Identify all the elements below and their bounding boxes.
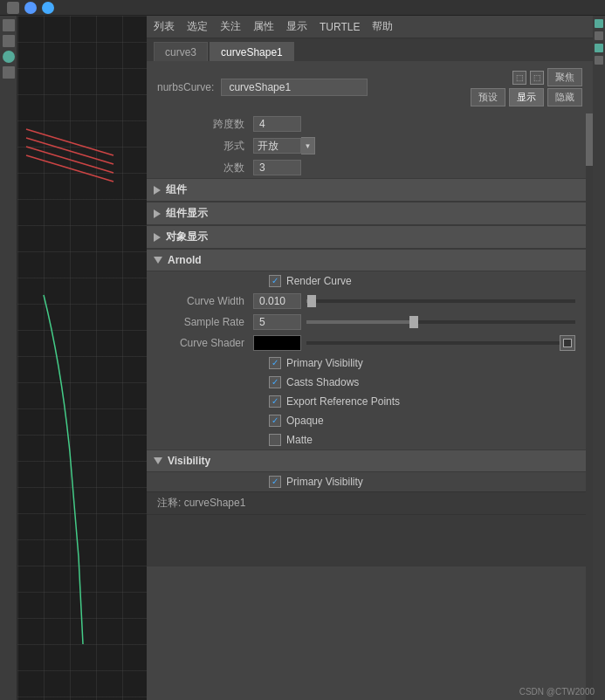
opaque-checkbox[interactable] xyxy=(269,415,281,427)
show-button[interactable]: 显示 xyxy=(509,88,544,106)
render-curve-row: Render Curve xyxy=(147,271,586,291)
menu-item-display[interactable]: 显示 xyxy=(286,19,307,34)
right-tool-4[interactable] xyxy=(595,56,603,65)
object-display-triangle xyxy=(154,233,161,242)
tool-btn-3[interactable] xyxy=(3,51,15,63)
tool-btn-2[interactable] xyxy=(3,35,15,47)
curve-shader-track[interactable] xyxy=(306,341,575,345)
attr-scrollbar[interactable] xyxy=(586,113,593,700)
visibility-triangle xyxy=(154,457,162,464)
attr-content: 跨度数 形式 ▼ 次数 xyxy=(147,113,586,700)
render-curve-checkbox[interactable] xyxy=(269,275,281,287)
section-visibility[interactable]: Visibility xyxy=(147,450,586,472)
degree-row: 次数 xyxy=(147,157,586,178)
preset-button[interactable]: 预设 xyxy=(471,88,505,106)
right-side-toolbar xyxy=(593,16,605,700)
sample-rate-row: Sample Rate xyxy=(147,312,586,333)
curve-width-input[interactable] xyxy=(253,293,301,309)
curve-shader-label: Curve Shader xyxy=(157,337,253,349)
square-icon-1[interactable]: ⬚ xyxy=(512,71,526,85)
component-display-label: 组件显示 xyxy=(166,206,208,221)
tool-btn-1[interactable] xyxy=(3,19,15,31)
nurbscurve-input[interactable] xyxy=(221,79,368,96)
curve-shader-swatch[interactable] xyxy=(253,335,301,351)
viewport-panel xyxy=(0,16,147,700)
vis-primary-visibility-checkbox[interactable] xyxy=(269,476,281,488)
left-toolbar xyxy=(0,16,17,700)
sample-rate-label: Sample Rate xyxy=(157,316,253,328)
hide-button[interactable]: 隐藏 xyxy=(547,88,582,106)
section-components[interactable]: 组件 xyxy=(147,178,586,202)
primary-visibility-row: Primary Visibility xyxy=(147,353,586,373)
right-tool-2[interactable] xyxy=(595,31,603,40)
vis-primary-visibility-label: Primary Visibility xyxy=(286,476,363,488)
menu-item-select[interactable]: 选定 xyxy=(187,19,208,34)
export-reference-row: Export Reference Points xyxy=(147,392,586,411)
sample-rate-track[interactable] xyxy=(306,320,575,324)
tab-bar: curve3 curveShape1 xyxy=(147,38,593,61)
export-reference-checkbox[interactable] xyxy=(269,395,281,408)
right-tool-3[interactable] xyxy=(595,44,603,52)
curve-width-row: Curve Width xyxy=(147,291,586,312)
primary-visibility-checkbox[interactable] xyxy=(269,357,281,369)
focus-button[interactable]: 聚焦 xyxy=(547,68,582,86)
matte-label: Matte xyxy=(286,434,313,446)
curve-width-label: Curve Width xyxy=(157,295,253,307)
tool-btn-4[interactable] xyxy=(3,66,15,79)
right-tool-1[interactable] xyxy=(595,19,603,28)
sample-rate-fill xyxy=(306,320,414,324)
section-component-display[interactable]: 组件显示 xyxy=(147,202,586,225)
square-icon-2[interactable]: ⬚ xyxy=(530,71,544,85)
watermark: CSDN @CTW2000 xyxy=(519,687,595,697)
spans-input[interactable] xyxy=(253,116,301,132)
menu-item-list[interactable]: 列表 xyxy=(154,19,175,34)
form-row: 形式 ▼ xyxy=(147,134,586,157)
components-triangle xyxy=(154,186,161,195)
attr-header-left: nurbsCurve: xyxy=(157,79,368,96)
object-display-label: 对象显示 xyxy=(166,230,208,244)
top-bar xyxy=(0,0,605,16)
menu-icon[interactable] xyxy=(7,2,19,14)
matte-checkbox[interactable] xyxy=(269,434,281,446)
tab-curveshape1[interactable]: curveShape1 xyxy=(210,42,294,61)
menu-item-attr[interactable]: 属性 xyxy=(253,19,274,34)
casts-shadows-checkbox[interactable] xyxy=(269,376,281,388)
main-layout: 列表 选定 关注 属性 显示 TURTLE 帮助 curve3 curveSha… xyxy=(0,16,605,700)
attr-header-right: ⬚ ⬚ 聚焦 预设 显示 隐藏 xyxy=(471,68,582,106)
menu-item-turtle[interactable]: TURTLE xyxy=(320,21,360,33)
sample-rate-thumb xyxy=(409,316,418,328)
section-arnold[interactable]: Arnold xyxy=(147,249,586,271)
form-dropdown-arrow[interactable]: ▼ xyxy=(301,137,315,154)
section-object-display[interactable]: 对象显示 xyxy=(147,225,586,249)
component-display-triangle xyxy=(154,209,161,218)
sample-rate-input[interactable] xyxy=(253,314,301,330)
menu-item-help[interactable]: 帮助 xyxy=(372,19,393,34)
primary-visibility-label: Primary Visibility xyxy=(286,357,363,369)
tab-curve3[interactable]: curve3 xyxy=(154,42,208,61)
notes-label: 注释: curveShape1 xyxy=(157,497,245,509)
render-curve-label: Render Curve xyxy=(286,275,352,287)
arrow-icon[interactable] xyxy=(42,2,54,14)
menu-item-focus[interactable]: 关注 xyxy=(220,19,241,34)
opaque-row: Opaque xyxy=(147,411,586,430)
casts-shadows-row: Casts Shadows xyxy=(147,373,586,392)
form-label: 形式 xyxy=(157,139,253,154)
degree-input[interactable] xyxy=(253,160,301,175)
arnold-triangle xyxy=(154,257,162,264)
shader-end-button[interactable] xyxy=(560,335,575,351)
notes-area xyxy=(147,514,586,566)
form-input[interactable] xyxy=(253,138,301,154)
curve-shader-end[interactable] xyxy=(556,335,575,351)
visibility-label: Visibility xyxy=(168,455,210,467)
header-icons-row: ⬚ ⬚ 聚焦 xyxy=(512,68,582,86)
notes-bar: 注释: curveShape1 xyxy=(147,491,586,514)
casts-shadows-label: Casts Shadows xyxy=(286,376,359,388)
components-label: 组件 xyxy=(166,182,187,197)
notes-textarea[interactable] xyxy=(150,518,582,563)
attr-header: nurbsCurve: ⬚ ⬚ 聚焦 预设 显示 隐藏 xyxy=(147,61,593,113)
attr-scrollbar-thumb[interactable] xyxy=(586,113,593,166)
nurbscurve-label: nurbsCurve: xyxy=(157,81,214,93)
header-buttons-row: 预设 显示 隐藏 xyxy=(471,88,582,106)
attr-panel: 列表 选定 关注 属性 显示 TURTLE 帮助 curve3 curveSha… xyxy=(147,16,593,700)
curve-width-track[interactable] xyxy=(306,299,575,303)
